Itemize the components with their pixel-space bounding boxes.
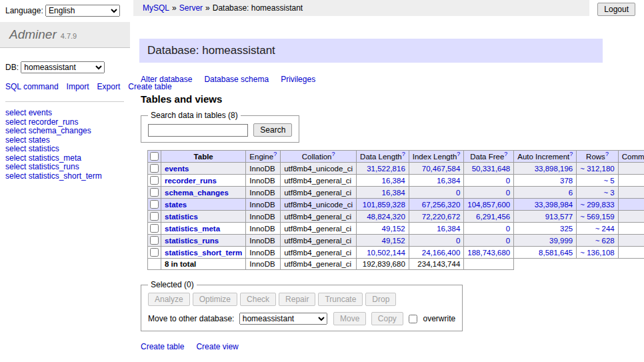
row-checkbox[interactable] bbox=[150, 164, 159, 173]
auto-increment-link[interactable]: 325 bbox=[560, 225, 573, 233]
data-length-link[interactable]: 10,502,144 bbox=[367, 249, 405, 257]
sidebar-table-link[interactable]: select statistics_meta bbox=[5, 154, 125, 163]
row-checkbox[interactable] bbox=[150, 212, 159, 221]
search-button[interactable]: Search bbox=[253, 123, 292, 137]
selected-action-button[interactable]: Optimize bbox=[193, 293, 237, 306]
help-link[interactable]: ? bbox=[605, 151, 609, 157]
engine-cell: InnoDB bbox=[246, 175, 281, 187]
auto-increment-link[interactable]: 39,999 bbox=[549, 237, 573, 245]
data-length-link[interactable]: 31,522,816 bbox=[367, 165, 405, 173]
data-length-link[interactable]: 48,824,320 bbox=[367, 213, 405, 221]
data-free-link[interactable]: 0 bbox=[506, 237, 510, 245]
table-name-link[interactable]: states bbox=[165, 201, 187, 209]
help-link[interactable]: ? bbox=[331, 151, 335, 157]
sidebar-table-link[interactable]: select events bbox=[5, 109, 125, 118]
data-free-link[interactable]: 0 bbox=[506, 189, 510, 197]
search-input[interactable] bbox=[148, 124, 248, 137]
row-checkbox[interactable] bbox=[150, 200, 159, 209]
copy-button[interactable]: Copy bbox=[371, 312, 403, 325]
data-length-link[interactable]: 16,384 bbox=[382, 189, 405, 197]
auto-increment-link[interactable]: 913,577 bbox=[545, 213, 573, 221]
auto-increment-link[interactable]: 8,581,645 bbox=[539, 249, 573, 257]
table-name-link[interactable]: schema_changes bbox=[165, 189, 229, 197]
database-schema-link[interactable]: Database schema bbox=[204, 75, 269, 84]
sidebar-action-link[interactable]: SQL command bbox=[5, 82, 59, 91]
alter-database-link[interactable]: Alter database bbox=[141, 75, 192, 84]
create-view-link[interactable]: Create view bbox=[196, 342, 238, 351]
table-name-link[interactable]: recorder_runs bbox=[165, 177, 217, 185]
help-link[interactable]: ? bbox=[273, 151, 277, 157]
auto-increment-link[interactable]: 33,398,984 bbox=[535, 201, 573, 209]
index-length-link[interactable]: 72,220,672 bbox=[422, 213, 461, 221]
table-name-link[interactable]: statistics_meta bbox=[165, 225, 220, 233]
privileges-link[interactable]: Privileges bbox=[281, 75, 315, 84]
row-checkbox[interactable] bbox=[150, 176, 159, 185]
sidebar-table-link[interactable]: select statistics bbox=[5, 145, 125, 154]
row-checkbox[interactable] bbox=[150, 188, 159, 197]
rows-count-link[interactable]: ~ 5 bbox=[603, 177, 614, 185]
rows-count-link[interactable]: ~ 244 bbox=[595, 225, 615, 233]
data-free-link[interactable]: 188,743,680 bbox=[467, 249, 510, 257]
data-length-link[interactable]: 49,152 bbox=[382, 237, 405, 245]
index-length-link[interactable]: 67,256,320 bbox=[422, 201, 461, 209]
help-link[interactable]: ? bbox=[457, 151, 460, 157]
overwrite-checkbox[interactable] bbox=[409, 315, 417, 323]
help-link[interactable]: ? bbox=[504, 151, 507, 157]
sidebar-action-link[interactable]: Import bbox=[67, 82, 89, 91]
rows-count-link[interactable]: ~ 3 bbox=[603, 189, 614, 197]
language-select[interactable]: English bbox=[45, 5, 120, 17]
index-length-link[interactable]: 70,467,584 bbox=[422, 165, 461, 173]
auto-increment-link[interactable]: 6 bbox=[569, 189, 573, 197]
selected-action-button[interactable]: Check bbox=[240, 293, 276, 306]
table-name-link[interactable]: events bbox=[165, 165, 189, 173]
breadcrumb-mysql-link[interactable]: MySQL bbox=[143, 3, 169, 13]
sidebar-action-link[interactable]: Export bbox=[97, 82, 121, 91]
select-all-checkbox[interactable] bbox=[150, 152, 159, 161]
sidebar-table-link[interactable]: select recorder_runs bbox=[5, 118, 125, 127]
selected-action-button[interactable]: Truncate bbox=[318, 293, 363, 306]
rows-count-link[interactable]: ~ 628 bbox=[595, 237, 615, 245]
data-length-link[interactable]: 49,152 bbox=[382, 225, 405, 233]
sidebar-table-link[interactable]: select schema_changes bbox=[5, 127, 125, 136]
auto-increment-link[interactable]: 33,898,196 bbox=[535, 165, 573, 173]
breadcrumb-server-link[interactable]: Server bbox=[179, 3, 203, 13]
table-name-link[interactable]: statistics bbox=[165, 213, 198, 221]
data-free-link[interactable]: 0 bbox=[506, 225, 510, 233]
index-length-link[interactable]: 24,166,400 bbox=[422, 249, 461, 257]
data-free-link[interactable]: 0 bbox=[506, 177, 510, 185]
auto-increment-link[interactable]: 378 bbox=[560, 177, 573, 185]
rows-count-link[interactable]: ~ 299,833 bbox=[580, 201, 614, 209]
db-select[interactable]: homeassistant bbox=[21, 61, 105, 73]
rows-count-link[interactable]: ~ 136,108 bbox=[580, 249, 614, 257]
table-name-link[interactable]: statistics_short_term bbox=[165, 249, 242, 257]
collation-cell: utf8mb4_general_ci bbox=[281, 211, 357, 223]
sidebar-table-link[interactable]: select statistics_runs bbox=[5, 163, 125, 172]
index-length-link[interactable]: 16,384 bbox=[437, 177, 460, 185]
data-free-link[interactable]: 104,857,600 bbox=[467, 201, 510, 209]
selected-action-button[interactable]: Drop bbox=[365, 293, 396, 306]
data-length-link[interactable]: 16,384 bbox=[382, 177, 405, 185]
rows-count-link[interactable]: ~ 569,159 bbox=[580, 213, 614, 221]
data-free-link[interactable]: 6,291,456 bbox=[476, 213, 510, 221]
selected-action-button[interactable]: Analyze bbox=[148, 293, 190, 306]
sidebar-table-link[interactable]: select statistics_short_term bbox=[5, 172, 125, 181]
create-table-link[interactable]: Create table bbox=[141, 342, 184, 351]
logout-button[interactable]: Logout bbox=[597, 3, 635, 16]
selected-action-button[interactable]: Repair bbox=[279, 293, 315, 306]
move-button[interactable]: Move bbox=[333, 312, 366, 325]
rows-count-link[interactable]: ~ 312,180 bbox=[580, 165, 614, 173]
data-free-link[interactable]: 50,331,648 bbox=[472, 165, 511, 173]
row-checkbox[interactable] bbox=[150, 248, 159, 257]
index-length-link[interactable]: 16,384 bbox=[437, 225, 460, 233]
auto-increment-cell: 33,898,196 bbox=[514, 163, 577, 175]
index-length-link[interactable]: 0 bbox=[456, 189, 460, 197]
index-length-link[interactable]: 0 bbox=[456, 237, 460, 245]
row-checkbox[interactable] bbox=[150, 224, 159, 233]
move-database-select[interactable]: homeassistant bbox=[239, 313, 327, 325]
help-link[interactable]: ? bbox=[402, 151, 405, 157]
help-link[interactable]: ? bbox=[569, 151, 573, 157]
table-name-link[interactable]: statistics_runs bbox=[165, 237, 219, 245]
row-checkbox[interactable] bbox=[150, 236, 159, 245]
sidebar-table-link[interactable]: select states bbox=[5, 136, 125, 145]
data-length-link[interactable]: 101,859,328 bbox=[363, 201, 405, 209]
